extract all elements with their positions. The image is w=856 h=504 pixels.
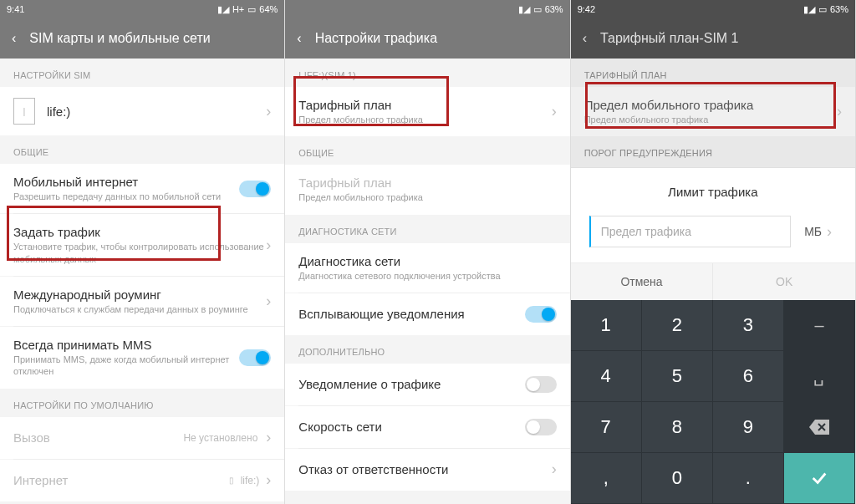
unit-label: МБ: [804, 225, 822, 238]
network-speed-row[interactable]: Скорость сети: [285, 406, 569, 448]
set-traffic-row[interactable]: Задать трафик Установите трафик, чтобы к…: [0, 214, 284, 276]
tariff-plan-row[interactable]: Тарифный план Предел мобильного трафика …: [285, 87, 569, 136]
section-plan: ТАРИФНЫЙ ПЛАН: [571, 59, 855, 87]
header: ‹ SIM карты и мобильные сети: [0, 18, 284, 59]
battery-percent: 63%: [830, 4, 848, 14]
toggle-popup[interactable]: [525, 306, 557, 323]
status-bar: 9:41 ▮◢ H+ ▭ 64%: [0, 0, 284, 18]
chevron-icon: ›: [266, 293, 271, 310]
header: ‹ Настройки трафика: [285, 18, 569, 59]
ok-button[interactable]: OK: [713, 263, 855, 300]
key-4[interactable]: 4: [571, 351, 642, 402]
key-1[interactable]: 1: [571, 300, 642, 351]
network-type: H+: [232, 4, 244, 14]
mms-row[interactable]: Всегда принимать MMS Принимать MMS, даже…: [0, 327, 284, 389]
row-title: Международный роуминг: [13, 288, 266, 302]
section-warning: ПОРОГ ПРЕДУПРЕЖДЕНИЯ: [571, 136, 855, 165]
section-general: ОБЩИЕ: [285, 136, 569, 165]
row-title: Интернет: [13, 473, 68, 487]
row-subtitle: Подключаться к службам передачи данных в…: [13, 303, 266, 315]
back-icon[interactable]: ‹: [12, 31, 16, 46]
row-subtitle: Диагностика сетевого подключения устройс…: [298, 270, 556, 282]
row-title: Тарифный план: [298, 98, 551, 112]
row-title: Диагностика сети: [298, 254, 556, 268]
key-7[interactable]: 7: [571, 402, 642, 453]
chevron-icon: ›: [837, 103, 842, 120]
roaming-row[interactable]: Международный роуминг Подключаться к слу…: [0, 277, 284, 326]
row-subtitle: Разрешить передачу данных по мобильной с…: [13, 191, 239, 202]
header-title: Тарифный план-SIM 1: [600, 31, 739, 46]
status-right: ▮◢ H+ ▭ 64%: [217, 4, 278, 15]
row-title: Вызов: [13, 430, 50, 445]
key-5[interactable]: 5: [642, 351, 713, 402]
key-3[interactable]: 3: [713, 300, 784, 351]
internet-value: life:): [241, 475, 260, 486]
internet-row[interactable]: Интернет ▯ life:) ›: [0, 460, 284, 501]
traffic-notification-row[interactable]: Уведомление о трафике: [285, 364, 569, 405]
check-icon: [810, 469, 828, 487]
section-sim: НАСТРОЙКИ SIM: [0, 59, 284, 87]
key-6[interactable]: 6: [713, 351, 784, 402]
chevron-icon: ›: [552, 461, 557, 478]
popup-notifications-row[interactable]: Всплывающие уведомления: [285, 293, 569, 335]
chevron-icon: ›: [266, 471, 271, 489]
status-bar: 9:42 ▮◢ ▭ 63%: [571, 0, 855, 18]
toggle-notify[interactable]: [525, 376, 557, 393]
backspace-icon: [809, 420, 829, 435]
status-time: 9:41: [7, 4, 24, 14]
unit-selector[interactable]: МБ ›: [799, 223, 837, 241]
status-right: ▮◢ ▭ 63%: [518, 4, 563, 15]
toggle-speed[interactable]: [525, 419, 557, 435]
back-icon[interactable]: ‹: [297, 31, 301, 46]
row-title: Всплывающие уведомления: [298, 307, 464, 321]
content: НАСТРОЙКИ SIM | life:) › ОБЩИЕ Мобильный…: [0, 59, 284, 504]
key-confirm[interactable]: [784, 453, 855, 504]
cancel-button[interactable]: Отмена: [571, 263, 714, 300]
row-title: Мобильный интернет: [13, 175, 239, 189]
signal-icon: ▮◢: [803, 4, 815, 15]
toggle-mms[interactable]: [239, 349, 271, 366]
disclaimer-row[interactable]: Отказ от ответственности ›: [285, 449, 569, 491]
row-title: Тарифный план: [298, 176, 556, 190]
row-subtitle: Предел мобильного трафика: [298, 191, 556, 203]
key-comma[interactable]: ,: [571, 453, 642, 504]
mobile-data-row[interactable]: Мобильный интернет Разрешить передачу да…: [0, 164, 284, 213]
battery-icon: ▭: [533, 4, 542, 15]
content: LIFE:)(SIM 1) Тарифный план Предел мобил…: [285, 59, 569, 504]
screen-traffic-settings: ▮◢ ▭ 63% ‹ Настройки трафика LIFE:)(SIM …: [285, 0, 570, 504]
key-backspace[interactable]: [784, 402, 855, 453]
back-icon[interactable]: ‹: [583, 31, 587, 46]
header-title: Настройки трафика: [315, 31, 437, 46]
key-dot[interactable]: .: [713, 453, 784, 504]
traffic-limit-input[interactable]: Предел трафика: [589, 216, 791, 247]
status-time: 9:42: [578, 4, 595, 14]
call-row[interactable]: Вызов Не установлено ›: [0, 417, 284, 459]
key-0[interactable]: 0: [642, 453, 713, 504]
section-general: ОБЩИЕ: [0, 135, 284, 164]
row-title: Уведомление о трафике: [298, 377, 441, 391]
chevron-icon: ›: [266, 237, 271, 254]
mobile-traffic-limit-row[interactable]: Предел мобильного трафика Предел мобильн…: [571, 87, 855, 136]
chevron-icon: ›: [827, 223, 832, 241]
section-diagnostics: ДИАГНОСТИКА СЕТИ: [285, 215, 569, 243]
signal-icon: ▮◢: [518, 4, 530, 15]
diagnostics-row[interactable]: Диагностика сети Диагностика сетевого по…: [285, 243, 569, 293]
key-2[interactable]: 2: [642, 300, 713, 351]
screen-tariff-plan: 9:42 ▮◢ ▭ 63% ‹ Тарифный план-SIM 1 ТАРИ…: [571, 0, 856, 504]
battery-percent: 63%: [545, 4, 563, 14]
row-title: Всегда принимать MMS: [13, 338, 239, 352]
row-title: Задать трафик: [13, 225, 266, 239]
toggle-mobile-data[interactable]: [239, 181, 271, 197]
sim-icon: |: [13, 98, 35, 125]
row-subtitle: Принимать MMS, даже когда мобильный инте…: [13, 354, 239, 378]
key-underscore[interactable]: ␣: [784, 351, 855, 402]
screen-sim-settings: 9:41 ▮◢ H+ ▭ 64% ‹ SIM карты и мобильные…: [0, 0, 285, 504]
key-8[interactable]: 8: [642, 402, 713, 453]
key-minus[interactable]: –: [784, 300, 855, 351]
section-defaults: НАСТРОЙКИ ПО УМОЛЧАНИЮ: [0, 389, 284, 417]
key-9[interactable]: 9: [713, 402, 784, 453]
sim-row[interactable]: | life:) ›: [0, 87, 284, 135]
signal-icon: ▮◢: [217, 4, 229, 15]
tariff-plan-general-row[interactable]: Тарифный план Предел мобильного трафика: [285, 165, 569, 214]
battery-icon: ▭: [818, 4, 827, 15]
